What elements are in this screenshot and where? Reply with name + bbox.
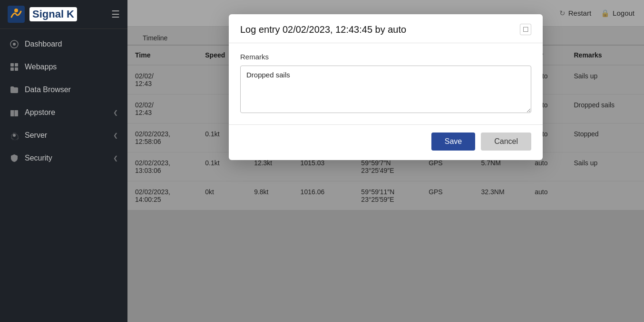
chevron-icon: ❮ [113, 132, 118, 139]
modal-body: Remarks Dropped sails [229, 43, 543, 124]
sidebar-item-data-browser[interactable]: Data Browser [0, 78, 127, 101]
sidebar-item-server[interactable]: Server ❮ [0, 124, 127, 147]
modal-footer: Save Cancel [229, 124, 543, 160]
sidebar-item-webapps[interactable]: Webapps [0, 56, 127, 78]
app-title: Signal K [29, 7, 77, 21]
chevron-icon: ❮ [113, 155, 118, 161]
svg-rect-4 [10, 63, 14, 66]
dashboard-icon [10, 39, 19, 49]
sidebar: Signal K ☰ Dashboard Webapps Data Browse… [0, 0, 127, 322]
remarks-input[interactable]: Dropped sails [240, 66, 531, 113]
sidebar-item-label: Server [25, 131, 47, 140]
sidebar-item-appstore[interactable]: Appstore ❮ [0, 101, 127, 124]
sidebar-logo: Signal K ☰ [0, 0, 127, 29]
main-content: ↻ Restart 🔒 Logout Timeline Time Speed W… [127, 0, 644, 322]
cancel-button[interactable]: Cancel [481, 133, 531, 151]
modal-title: Log entry 02/02/2023, 12:43:45 by auto [240, 24, 406, 35]
remarks-label: Remarks [240, 53, 531, 61]
svg-point-1 [14, 9, 18, 12]
save-button[interactable]: Save [431, 133, 475, 151]
modal-overlay: Log entry 02/02/2023, 12:43:45 by auto ☐… [127, 0, 644, 322]
modal-header: Log entry 02/02/2023, 12:43:45 by auto ☐ [229, 14, 543, 43]
folder-icon [10, 85, 19, 95]
sidebar-item-label: Security [25, 154, 52, 162]
chevron-icon: ❮ [113, 109, 118, 116]
svg-rect-5 [15, 63, 18, 66]
svg-point-3 [13, 43, 16, 46]
modal-close-button[interactable]: ☐ [520, 24, 531, 35]
hamburger-menu-icon[interactable]: ☰ [111, 9, 120, 19]
signalk-logo-icon [8, 6, 25, 23]
grid-icon [10, 62, 19, 72]
sidebar-nav: Dashboard Webapps Data Browser Appstore … [0, 29, 127, 322]
sidebar-item-dashboard[interactable]: Dashboard [0, 33, 127, 56]
sidebar-item-label: Appstore [25, 108, 55, 117]
gift-icon [10, 108, 19, 117]
security-icon [10, 153, 19, 163]
sidebar-item-security[interactable]: Security ❮ [0, 147, 127, 170]
sidebar-item-label: Data Browser [25, 85, 71, 94]
svg-rect-6 [10, 67, 14, 71]
svg-rect-7 [15, 67, 18, 71]
sidebar-item-label: Dashboard [25, 40, 62, 48]
gear-icon [10, 131, 19, 140]
modal-dialog: Log entry 02/02/2023, 12:43:45 by auto ☐… [229, 14, 543, 160]
sidebar-item-label: Webapps [25, 63, 57, 71]
